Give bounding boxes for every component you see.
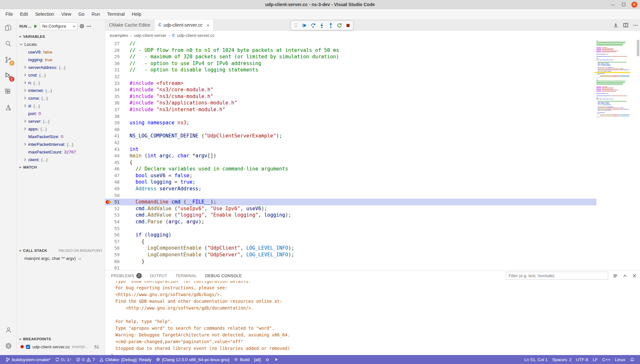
- build-target-item[interactable]: [all]: [252, 355, 263, 364]
- stack-frame[interactable]: main(int argc, char ** argv) u.: [17, 254, 105, 262]
- close-panel-icon[interactable]: [632, 273, 637, 278]
- tab-cmake-cache-editor[interactable]: CMake Cache Editor: [105, 20, 155, 30]
- variable-row[interactable]: d:{...}: [17, 102, 105, 110]
- breakpoint-item[interactable]: udp-client-server.cc exampl... 51: [17, 343, 105, 351]
- menu-edit[interactable]: Edit: [16, 9, 31, 20]
- code-line-53[interactable]: 53 cmd.AddValue ("logging", "Enable logg…: [105, 212, 640, 219]
- source-control-icon[interactable]: 6: [0, 52, 17, 68]
- start-debug-button[interactable]: [33, 24, 38, 29]
- editor-scrollbar[interactable]: [637, 40, 639, 56]
- code-line-33[interactable]: 33#include <fstream>: [105, 80, 640, 87]
- code-line-52[interactable]: 52 cmd.AddValue ("useIpv6", "Use Ipv6", …: [105, 205, 640, 212]
- watch-section-header[interactable]: WATCH: [17, 163, 105, 171]
- split-editor-icon[interactable]: [623, 22, 628, 28]
- gutter-glyph-margin[interactable]: [105, 219, 112, 225]
- code-line-59[interactable]: 59 LogComponentEnable ("UdpServer", LOG_…: [105, 252, 640, 258]
- code-line-27[interactable]: 27//: [105, 40, 640, 47]
- cmake-icon[interactable]: [0, 100, 17, 116]
- code-line-36[interactable]: 36#include "ns3/applications-module.h": [105, 100, 640, 106]
- gutter-glyph-margin[interactable]: [105, 172, 112, 179]
- os-item[interactable]: Linux: [613, 355, 627, 364]
- code-line-40[interactable]: 40: [105, 126, 640, 133]
- gutter-glyph-margin[interactable]: [105, 100, 112, 106]
- menu-terminal[interactable]: Terminal: [104, 9, 128, 20]
- variable-row[interactable]: useV6:false: [17, 48, 105, 56]
- code-line-54[interactable]: 54 cmd.Parse (argc, argv);: [105, 219, 640, 225]
- call-stack-section-header[interactable]: CALL STACK PAUSED ON BREAKPOINT: [17, 247, 105, 254]
- code-line-44[interactable]: 44main (int argc, char *argv[]): [105, 153, 640, 159]
- launch-target-item[interactable]: [272, 355, 281, 364]
- gutter-glyph-margin[interactable]: [105, 40, 112, 47]
- breadcrumb-folder[interactable]: udp-client-server: [134, 33, 166, 38]
- gutter-glyph-margin[interactable]: [105, 113, 112, 120]
- settings-gear-icon[interactable]: [0, 338, 17, 354]
- code-line-51[interactable]: 51 CommandLine cmd (__FILE__);: [105, 199, 640, 205]
- account-icon[interactable]: [0, 322, 17, 338]
- gutter-glyph-margin[interactable]: [105, 212, 112, 219]
- gutter-glyph-margin[interactable]: [105, 232, 112, 238]
- step-over-button[interactable]: [309, 21, 317, 29]
- minimap[interactable]: [596, 40, 628, 119]
- step-out-button[interactable]: [327, 21, 334, 29]
- cmake-kit-item[interactable]: [Clang 12.0.0 x86_64-pc-linux-gnu]: [154, 355, 232, 364]
- sync-changes-item[interactable]: 0↓ 1↑: [53, 355, 74, 364]
- encoding-item[interactable]: UTF-8: [574, 355, 590, 364]
- close-button[interactable]: ✕: [631, 2, 637, 8]
- variable-row[interactable]: port:0: [17, 110, 105, 117]
- tab-terminal[interactable]: TERMINAL: [175, 274, 197, 278]
- debug-configuration-select[interactable]: No Configura: [40, 22, 78, 30]
- download-icon[interactable]: [613, 22, 619, 28]
- gutter-glyph-margin[interactable]: [105, 60, 112, 67]
- menu-file[interactable]: File: [2, 9, 16, 20]
- code-line-39[interactable]: 39using namespace ns3;: [105, 120, 640, 126]
- variable-row[interactable]: cmd:{...}: [17, 71, 105, 79]
- gutter-glyph-margin[interactable]: [105, 205, 112, 212]
- extensions-icon[interactable]: [0, 84, 17, 100]
- code-line-29[interactable]: 29// - maximum of 320 packets sent (or l…: [105, 54, 640, 60]
- gutter-glyph-margin[interactable]: [105, 265, 112, 270]
- minimize-button[interactable]: —: [610, 1, 616, 8]
- breakpoints-section-header[interactable]: BREAKPOINTS: [17, 335, 105, 343]
- variable-row[interactable]: logging:true: [17, 56, 105, 63]
- tab-debug-console[interactable]: DEBUG CONSOLE: [205, 274, 242, 278]
- code-line-50[interactable]: 50: [105, 192, 640, 199]
- variable-row[interactable]: apps:{...}: [17, 125, 105, 133]
- restore-button[interactable]: [620, 1, 627, 8]
- code-line-47[interactable]: 47 bool useV6 = false;: [105, 172, 640, 179]
- gutter-glyph-margin[interactable]: [105, 186, 112, 192]
- gutter-glyph-margin[interactable]: [105, 245, 112, 252]
- code-line-30[interactable]: 30// - option to use IPv4 or IPv6 addres…: [105, 60, 640, 67]
- gutter-glyph-margin[interactable]: [105, 225, 112, 232]
- gutter-glyph-margin[interactable]: [105, 153, 112, 159]
- variable-row[interactable]: n:{...}: [17, 79, 105, 87]
- clear-console-icon[interactable]: [613, 273, 618, 278]
- variables-section-header[interactable]: VARIABLES: [17, 33, 105, 40]
- console-input-prompt[interactable]: >: [111, 352, 640, 355]
- tab-close-icon[interactable]: ×: [206, 22, 209, 28]
- menu-view[interactable]: View: [58, 9, 75, 20]
- variable-row[interactable]: maxPacketCount:32767: [17, 148, 105, 156]
- gutter-glyph-margin[interactable]: [105, 126, 112, 133]
- gutter-glyph-margin[interactable]: [105, 93, 112, 100]
- more-actions-icon[interactable]: [86, 24, 91, 29]
- breadcrumb-folder[interactable]: examples: [110, 33, 128, 38]
- notifications-bell-item[interactable]: [627, 355, 637, 364]
- variable-row[interactable]: client:{...}: [17, 156, 105, 163]
- debug-target-item[interactable]: [263, 355, 272, 364]
- code-line-28[interactable]: 28// - UDP flow from n0 to n1 of 1024 by…: [105, 47, 640, 54]
- debug-gear-icon[interactable]: [79, 23, 85, 29]
- code-line-32[interactable]: 32: [105, 73, 640, 80]
- restart-button[interactable]: [336, 21, 343, 29]
- cmake-status-item[interactable]: CMake: [Debug]: Ready: [97, 355, 154, 364]
- editor-more-actions-icon[interactable]: [633, 23, 638, 28]
- variable-row[interactable]: csma:{...}: [17, 94, 105, 102]
- gutter-glyph-margin[interactable]: [105, 238, 112, 245]
- variable-row[interactable]: serverAddress:{...}: [17, 63, 105, 71]
- code-line-46[interactable]: 46 // Declare variables used in command-…: [105, 166, 640, 172]
- variable-row[interactable]: internet:{...}: [17, 87, 105, 94]
- variable-row[interactable]: MaxPacketSize:0: [17, 133, 105, 140]
- problems-status-item[interactable]: 0 7: [74, 355, 97, 364]
- code-line-60[interactable]: 60 }: [105, 258, 640, 265]
- code-line-43[interactable]: 43int: [105, 146, 640, 153]
- continue-button[interactable]: [301, 21, 308, 29]
